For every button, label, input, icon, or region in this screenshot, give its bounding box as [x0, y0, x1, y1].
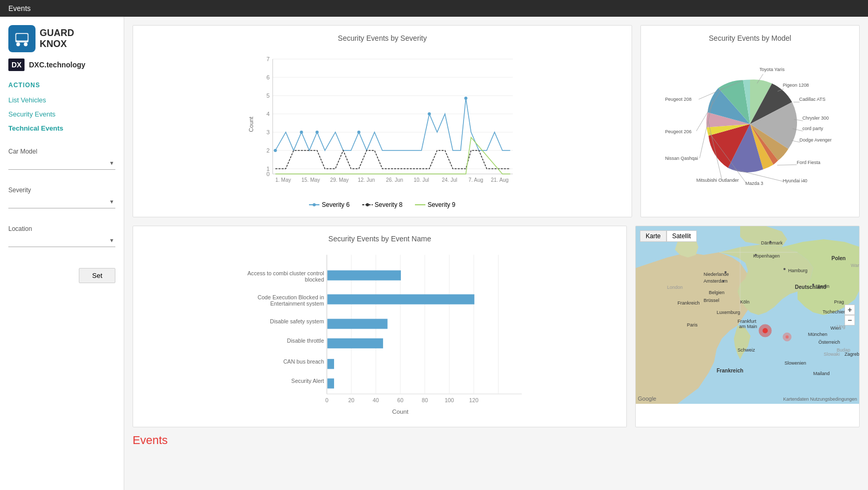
set-button[interactable]: Set	[79, 268, 115, 283]
line-chart-card: Security Events by Severity 7 6 5 4 3	[133, 25, 632, 217]
svg-text:Security Alert: Security Alert	[291, 378, 324, 384]
svg-text:Berlin: Berlin	[817, 284, 829, 289]
svg-text:Entertainment system: Entertainment system	[270, 300, 324, 307]
svg-text:60: 60	[397, 397, 403, 403]
svg-text:blocked: blocked	[305, 276, 324, 283]
severity-chart-title: Security Events by Severity	[141, 34, 623, 42]
pie-container: Toyota Yaris Pigeon 1208 Cadillac ATS Ch…	[649, 49, 851, 195]
svg-text:Toyota Yaris: Toyota Yaris	[759, 67, 785, 72]
zoom-out-button[interactable]: −	[845, 315, 855, 325]
location-wrapper[interactable]	[8, 235, 115, 255]
svg-text:Luxemburg: Luxemburg	[717, 310, 740, 315]
svg-text:München: München	[808, 332, 827, 337]
svg-text:Zagreb: Zagreb	[845, 352, 859, 357]
svg-text:Count: Count	[392, 408, 409, 415]
pie-chart-card: Security Events by Model	[640, 25, 860, 217]
svg-text:Köln: Köln	[740, 299, 750, 305]
logo-icon	[8, 25, 35, 52]
svg-rect-4	[16, 34, 28, 41]
svg-point-2	[16, 42, 20, 46]
bar-chart-card: Security Events by Event Name 0	[133, 226, 627, 427]
svg-text:Kopenhagen: Kopenhagen	[753, 253, 780, 259]
legend-severity8-label: Severity 8	[375, 201, 402, 208]
severity-select[interactable]	[8, 196, 115, 208]
dxc-icon-text: DX	[11, 61, 21, 69]
svg-text:1. May: 1. May	[276, 177, 291, 183]
svg-text:CAN bus breach: CAN bus breach	[283, 358, 324, 365]
svg-point-33	[300, 131, 303, 134]
svg-text:40: 40	[373, 397, 379, 403]
svg-text:am Main: am Main	[739, 324, 757, 329]
svg-rect-96	[327, 339, 383, 348]
nav-security-events[interactable]: Security Events	[8, 107, 115, 121]
logo-knox-text: KNOX	[40, 39, 67, 49]
model-chart-title: Security Events by Model	[649, 34, 851, 42]
legend-severity8: Severity 8	[362, 201, 402, 208]
svg-point-105	[755, 254, 757, 256]
svg-text:12. Jun: 12. Jun	[358, 177, 375, 183]
svg-text:Frankfurt: Frankfurt	[738, 319, 757, 324]
filter-section: Car Model Severity Location Set	[8, 148, 115, 255]
svg-text:Tschechien: Tschechien	[823, 309, 846, 314]
map-svg: Kopenhagen Hamburg Deutschland Niederlan…	[636, 226, 859, 404]
map-attribution: Kartendaten Nutzungsbedingungen	[783, 396, 857, 402]
svg-text:Count: Count	[248, 116, 254, 132]
svg-point-41	[366, 203, 369, 206]
svg-text:6: 6	[266, 74, 269, 80]
car-model-wrapper[interactable]	[8, 157, 115, 178]
svg-text:10. Jul: 10. Jul	[414, 177, 429, 183]
svg-text:4: 4	[266, 111, 269, 117]
svg-point-136	[722, 280, 724, 282]
legend-severity9-label: Severity 9	[427, 201, 455, 208]
map-tab-karte[interactable]: Karte	[640, 230, 667, 242]
car-model-select[interactable]	[8, 157, 115, 170]
map-tab-satellit[interactable]: Satellit	[667, 230, 697, 242]
svg-text:Code Execution Blocked in: Code Execution Blocked in	[257, 294, 324, 300]
svg-text:Hamburg: Hamburg	[788, 268, 807, 273]
map-header: Karte Satellit	[640, 230, 697, 242]
svg-text:5: 5	[266, 92, 269, 99]
map-card: Karte Satellit	[635, 226, 860, 427]
svg-text:Dänemark: Dänemark	[761, 240, 783, 246]
svg-text:Disable safety system: Disable safety system	[270, 318, 324, 324]
map-controls: + −	[845, 305, 855, 325]
top-bar-title: Events	[8, 4, 31, 13]
svg-point-142	[763, 328, 768, 333]
chart-legend: Severity 6 Severity 8 Severity 9	[141, 201, 623, 208]
svg-text:Frankreich: Frankreich	[677, 300, 700, 306]
svg-rect-100	[327, 378, 334, 388]
svg-point-144	[786, 335, 789, 339]
events-section-title: Events	[133, 427, 860, 449]
nav-technical-events[interactable]: Technical Events	[8, 121, 115, 135]
svg-text:Mitsubishi Outlander: Mitsubishi Outlander	[696, 178, 739, 183]
svg-text:Access to combi cluster contro: Access to combi cluster control	[247, 270, 324, 276]
svg-text:Slowenien: Slowenien	[784, 360, 806, 366]
svg-point-107	[783, 268, 786, 270]
zoom-in-button[interactable]: +	[845, 305, 855, 315]
logo-guard-text: GUARD	[40, 28, 74, 39]
svg-text:26. Jun: 26. Jun	[386, 177, 403, 183]
svg-text:Paris: Paris	[687, 322, 698, 328]
svg-text:cord party: cord party	[802, 126, 823, 131]
svg-text:Frankreich: Frankreich	[717, 368, 743, 374]
location-select[interactable]	[8, 235, 115, 247]
svg-text:0: 0	[266, 171, 269, 177]
severity-wrapper[interactable]	[8, 196, 115, 217]
svg-text:Slowaki: Slowaki	[824, 352, 840, 357]
svg-text:Brüssel: Brüssel	[704, 298, 719, 303]
google-logo: Google	[638, 395, 656, 402]
guardknox-logo: GUARD KNOX	[8, 25, 115, 52]
svg-text:7: 7	[266, 56, 269, 62]
svg-text:Nissan Qashqai: Nissan Qashqai	[665, 156, 698, 161]
top-bar: Events	[0, 0, 868, 17]
svg-text:Peugeot 206: Peugeot 206	[665, 129, 692, 134]
svg-point-132	[769, 241, 771, 243]
svg-rect-92	[327, 294, 474, 304]
svg-text:Ford Fiesta: Ford Fiesta	[796, 160, 820, 165]
svg-text:Disable throttle: Disable throttle	[287, 337, 324, 344]
svg-text:80: 80	[422, 397, 428, 403]
nav-list-vehicles[interactable]: List Vehicles	[8, 93, 115, 107]
svg-point-32	[274, 149, 277, 152]
svg-text:3: 3	[266, 129, 269, 135]
event-name-chart-title: Security Events by Event Name	[141, 235, 618, 243]
